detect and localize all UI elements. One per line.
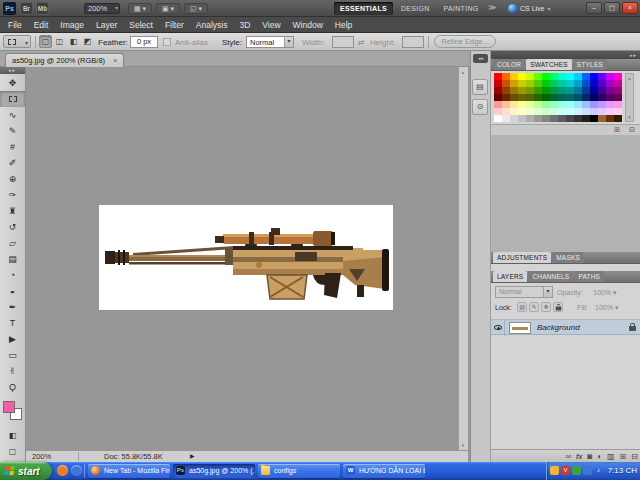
swatch-4-3[interactable] <box>518 101 526 108</box>
swatch-6-1[interactable] <box>502 115 510 122</box>
workspace-design[interactable]: DESIGN <box>395 2 436 15</box>
new-layer-icon[interactable]: ⊞ <box>620 451 627 462</box>
swatch-4-8[interactable] <box>558 101 566 108</box>
delete-layer-icon[interactable]: ⊟ <box>631 451 638 462</box>
workspace-painting[interactable]: PAINTING <box>438 2 485 15</box>
layer-thumbnail[interactable] <box>509 322 531 334</box>
quick-launch-icon-2[interactable] <box>71 465 82 476</box>
swatch-4-6[interactable] <box>542 101 550 108</box>
swatch-3-5[interactable] <box>534 94 542 101</box>
swatch-1-4[interactable] <box>526 80 534 87</box>
swatch-2-5[interactable] <box>534 87 542 94</box>
swatch-5-7[interactable] <box>550 108 558 115</box>
vertical-scrollbar[interactable]: ▴ ▾ <box>458 67 468 450</box>
adjustment-layer-icon[interactable]: ◐ <box>597 451 602 462</box>
swatch-4-7[interactable] <box>550 101 558 108</box>
expand-dock-icon[interactable]: ◂◂ <box>473 54 488 63</box>
swatch-1-5[interactable] <box>534 80 542 87</box>
menu-layer[interactable]: Layer <box>90 17 123 33</box>
menu-filter[interactable]: Filter <box>159 17 190 33</box>
swatch-6-4[interactable] <box>526 115 534 122</box>
path-selection-tool[interactable]: ▶ <box>0 331 25 347</box>
swatch-2-15[interactable] <box>614 87 622 94</box>
dodge-tool[interactable]: ◒ <box>0 283 25 299</box>
swatch-6-0[interactable] <box>494 115 502 122</box>
view-extras-icon[interactable]: ▦ ▾ <box>128 3 152 14</box>
crop-tool[interactable]: # <box>0 139 25 155</box>
menu-image[interactable]: Image <box>54 17 90 33</box>
swatch-4-12[interactable] <box>590 101 598 108</box>
mini-bridge-icon[interactable]: Mb <box>36 2 49 15</box>
panel-tab-swatches[interactable]: SWATCHES <box>526 59 572 70</box>
link-layers-icon[interactable]: ∞ <box>565 451 571 462</box>
swatch-5-5[interactable] <box>534 108 542 115</box>
swatch-5-1[interactable] <box>502 108 510 115</box>
taskbar-button-4[interactable]: WHƯỚNG DẪN LOẠI B... <box>343 464 425 478</box>
tray-icon-3[interactable] <box>572 466 581 475</box>
scroll-down-icon[interactable]: ▾ <box>459 442 467 448</box>
swatch-4-0[interactable] <box>494 101 502 108</box>
swatch-3-7[interactable] <box>550 94 558 101</box>
status-flyout-icon[interactable]: ▶ <box>190 452 195 459</box>
pen-tool[interactable]: ✒ <box>0 299 25 315</box>
swatch-5-15[interactable] <box>614 108 622 115</box>
swatch-0-5[interactable] <box>534 73 542 80</box>
type-tool[interactable]: T <box>0 315 25 331</box>
swatch-5-4[interactable] <box>526 108 534 115</box>
tray-icon-4[interactable] <box>583 466 592 475</box>
swatch-6-8[interactable] <box>558 115 566 122</box>
workspace-essentials[interactable]: ESSENTIALS <box>334 2 393 15</box>
status-zoom-field[interactable]: 200% <box>32 452 51 461</box>
restore-button[interactable]: ▢ <box>604 2 620 14</box>
panel-tab-masks[interactable]: MASKS <box>552 252 584 263</box>
swatch-1-14[interactable] <box>606 80 614 87</box>
menu-file[interactable]: File <box>2 17 28 33</box>
swatch-0-4[interactable] <box>526 73 534 80</box>
swatch-5-3[interactable] <box>518 108 526 115</box>
scroll-up-icon[interactable]: ▴ <box>626 75 633 81</box>
quick-mask-button[interactable]: ◧ <box>0 429 25 443</box>
swatch-5-0[interactable] <box>494 108 502 115</box>
lasso-tool[interactable]: ∿ <box>0 107 25 123</box>
swatch-4-13[interactable] <box>598 101 606 108</box>
menu-analysis[interactable]: Analysis <box>190 17 234 33</box>
swatch-0-1[interactable] <box>502 73 510 80</box>
swatch-4-9[interactable] <box>566 101 574 108</box>
tray-unikey-icon[interactable]: V <box>561 466 570 475</box>
add-to-selection-icon[interactable]: ◫ <box>53 35 66 48</box>
swatch-4-15[interactable] <box>614 101 622 108</box>
swatch-6-7[interactable] <box>550 115 558 122</box>
eyedropper-tool[interactable]: ✐ <box>0 155 25 171</box>
swatch-0-13[interactable] <box>598 73 606 80</box>
new-selection-icon[interactable]: ▢ <box>39 35 52 48</box>
tray-icon-1[interactable] <box>550 466 559 475</box>
swatch-6-11[interactable] <box>582 115 590 122</box>
swatch-3-12[interactable] <box>590 94 598 101</box>
swatch-4-11[interactable] <box>582 101 590 108</box>
menu-select[interactable]: Select <box>123 17 159 33</box>
swatch-2-9[interactable] <box>566 87 574 94</box>
menu-edit[interactable]: Edit <box>28 17 55 33</box>
document-tab[interactable]: as50g.jpg @ 200% (RGB/8) × <box>5 53 124 67</box>
swatch-5-11[interactable] <box>582 108 590 115</box>
swatch-2-11[interactable] <box>582 87 590 94</box>
clone-stamp-tool[interactable]: ♜ <box>0 203 25 219</box>
swatch-3-0[interactable] <box>494 94 502 101</box>
swatch-1-0[interactable] <box>494 80 502 87</box>
taskbar-button-3[interactable]: configs <box>258 464 340 478</box>
swatch-6-10[interactable] <box>574 115 582 122</box>
swatch-2-0[interactable] <box>494 87 502 94</box>
swatch-6-5[interactable] <box>534 115 542 122</box>
move-tool[interactable]: ✥ <box>0 75 25 91</box>
foreground-color-swatch[interactable] <box>3 401 15 413</box>
workspace-overflow-icon[interactable]: ≫ <box>488 3 496 12</box>
swatch-6-2[interactable] <box>510 115 518 122</box>
swatch-2-2[interactable] <box>510 87 518 94</box>
swatch-1-1[interactable] <box>502 80 510 87</box>
quick-selection-tool[interactable]: ✎ <box>0 123 25 139</box>
swatch-2-10[interactable] <box>574 87 582 94</box>
visibility-toggle[interactable] <box>491 320 505 336</box>
feather-input[interactable]: 0 px <box>130 36 158 48</box>
taskbar-button-1[interactable]: New Tab - Mozilla Fire... <box>88 464 170 478</box>
swatch-0-15[interactable] <box>614 73 622 80</box>
